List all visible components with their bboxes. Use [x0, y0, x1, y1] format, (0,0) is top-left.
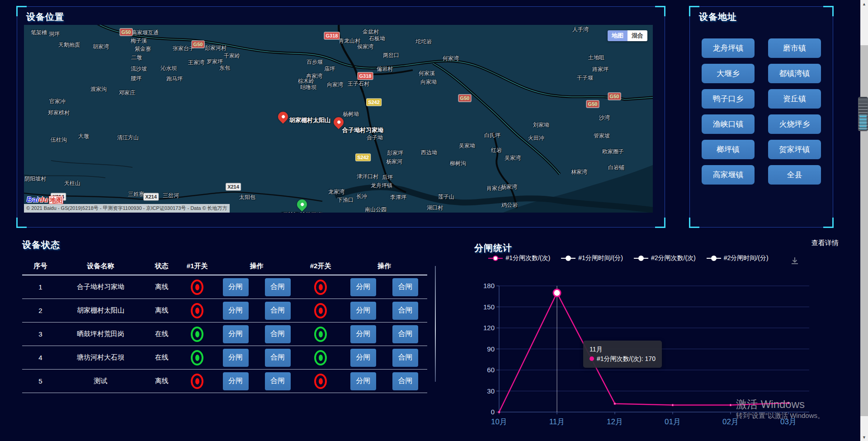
- address-button[interactable]: 都镇湾镇: [768, 64, 821, 83]
- legend-label: #2分闸时间/(分): [724, 254, 769, 262]
- device-name: 胡家棚村太阳山: [59, 306, 142, 315]
- close-switch-button[interactable]: 合闸: [392, 372, 418, 390]
- scrollbar-down-arrow[interactable]: ▼: [860, 433, 868, 441]
- operation-cell: 分闸合闸: [341, 325, 427, 343]
- chart-tooltip: 11月 #1分闸次数/(次): 170: [583, 341, 662, 368]
- switch-status-cell: [300, 374, 341, 389]
- address-button[interactable]: 龙舟坪镇: [702, 38, 755, 58]
- switch-indicator-green: [191, 327, 203, 342]
- switch-status-cell: [300, 303, 341, 318]
- legend-label: #1分闸时间/(分): [578, 254, 623, 262]
- switch-status-cell: [300, 350, 341, 365]
- scrollbar-up-arrow[interactable]: ▲: [860, 0, 868, 8]
- table-header-cell: 操作: [213, 262, 300, 270]
- close-switch-button[interactable]: 合闸: [265, 349, 291, 367]
- road-badge: G50: [192, 41, 205, 48]
- address-button[interactable]: 火烧坪乡: [768, 114, 821, 134]
- legend-item[interactable]: #1分闸次数/(次): [488, 254, 550, 262]
- legend-marker: [488, 256, 503, 261]
- row-number: 2: [22, 307, 59, 314]
- svg-text:0: 0: [491, 408, 495, 416]
- download-icon[interactable]: [790, 256, 800, 268]
- close-switch-button[interactable]: 合闸: [265, 372, 291, 390]
- switch-indicator-green: [314, 327, 327, 342]
- table-scrollbar[interactable]: [435, 266, 436, 382]
- legend-marker: [707, 256, 721, 261]
- address-button[interactable]: 资丘镇: [768, 89, 821, 109]
- open-switch-button[interactable]: 分闸: [350, 302, 376, 320]
- switch-status-cell: [181, 280, 213, 295]
- address-button[interactable]: 高家堰镇: [702, 165, 755, 185]
- device-marker-label: 晒鼓坪村荒田岗: [282, 211, 323, 213]
- legend-item[interactable]: #1分闸时间/(分): [561, 254, 623, 262]
- open-switch-button[interactable]: 分闸: [350, 349, 376, 367]
- view-details-link[interactable]: 查看详情: [811, 239, 839, 247]
- device-name: 测试: [59, 377, 142, 385]
- svg-text:11月: 11月: [549, 417, 565, 426]
- svg-text:90: 90: [487, 345, 495, 353]
- open-switch-button[interactable]: 分闸: [350, 372, 376, 390]
- operation-cell: 分闸合闸: [341, 302, 427, 320]
- open-switch-button[interactable]: 分闸: [223, 278, 249, 296]
- road-badge: X214: [226, 183, 241, 191]
- row-number: 1: [22, 283, 59, 291]
- open-switch-button[interactable]: 分闸: [223, 302, 249, 320]
- row-number: 3: [22, 330, 59, 338]
- switch-status-cell: [300, 280, 341, 295]
- road-badge: S242: [355, 154, 371, 161]
- operation-cell: 分闸合闸: [213, 372, 300, 390]
- road-badge: X214: [143, 193, 159, 201]
- open-switch-button[interactable]: 分闸: [350, 278, 376, 296]
- map-copyright: © 2021 Baidu - GS(2019)5218号 - 甲测资字11009…: [24, 204, 230, 213]
- operation-cell: 分闸合闸: [341, 372, 427, 390]
- close-switch-button[interactable]: 合闸: [392, 302, 418, 320]
- address-button[interactable]: 渔峡口镇: [702, 114, 755, 134]
- baidu-logo-map: 地图: [49, 196, 63, 204]
- switch-status-cell: [181, 303, 213, 318]
- legend-item[interactable]: #2分闸次数/(次): [634, 254, 696, 262]
- corner-bracket: [16, 6, 27, 16]
- close-switch-button[interactable]: 合闸: [265, 278, 291, 296]
- table-row: 3晒鼓坪村荒田岗在线分闸合闸分闸合闸: [22, 322, 427, 346]
- status-section-title: 设备状态: [22, 239, 436, 251]
- map-type-option-button[interactable]: 混合: [627, 30, 647, 41]
- svg-text:01月: 01月: [665, 417, 681, 426]
- address-button[interactable]: 榔坪镇: [702, 140, 755, 159]
- switch-indicator-red: [314, 374, 327, 389]
- switch-status-cell: [181, 374, 213, 389]
- close-switch-button[interactable]: 合闸: [265, 325, 291, 343]
- open-switch-button[interactable]: 分闸: [223, 325, 249, 343]
- close-switch-button[interactable]: 合闸: [392, 349, 418, 367]
- open-switch-button[interactable]: 分闸: [223, 372, 249, 390]
- legend-item[interactable]: #2分闸时间/(分): [707, 254, 769, 262]
- map-type-selected-button[interactable]: 地图: [608, 30, 627, 41]
- legend-marker: [561, 256, 576, 261]
- baidu-map[interactable]: 笔架槽洞坪高家堰互通天鹅抱蛋胡家湾梅子溪紫金寨二墩流沙坡沁水坝腰坪跑马坪渡家沟邓…: [24, 25, 653, 213]
- address-button[interactable]: 贺家坪镇: [768, 140, 821, 159]
- svg-text:10月: 10月: [491, 417, 507, 426]
- legend-label: #2分闸次数/(次): [651, 254, 696, 262]
- operation-cell: 分闸合闸: [341, 278, 427, 296]
- address-button[interactable]: 鸭子口乡: [702, 89, 755, 109]
- close-switch-button[interactable]: 合闸: [392, 325, 418, 343]
- page-scrollbar[interactable]: ▲ ▼: [860, 0, 868, 441]
- address-button[interactable]: 大堰乡: [702, 64, 755, 83]
- open-switch-button[interactable]: 分闸: [223, 349, 249, 367]
- legend-marker: [634, 256, 648, 261]
- address-button[interactable]: 全县: [768, 165, 821, 185]
- svg-text:180: 180: [483, 282, 495, 289]
- close-switch-button[interactable]: 合闸: [265, 302, 291, 320]
- open-switch-button[interactable]: 分闸: [350, 325, 376, 343]
- address-button[interactable]: 磨市镇: [768, 38, 821, 58]
- road-badge: G318: [324, 32, 340, 40]
- road-badge: G50: [608, 93, 621, 100]
- table-row: 5测试离线分闸合闸分闸合闸: [22, 370, 427, 393]
- table-row: 2胡家棚村太阳山离线分闸合闸分闸合闸: [22, 299, 427, 322]
- close-switch-button[interactable]: 合闸: [392, 278, 418, 296]
- device-status-table: 序号设备名称状态#1开关操作#2开关操作1合子坳村习家坳离线分闸合闸分闸合闸2胡…: [22, 257, 427, 393]
- baidu-logo-bai: Bai: [27, 195, 38, 204]
- tooltip-row: #1分闸次数/(次): 170: [590, 354, 656, 364]
- device-name: 晒鼓坪村荒田岗: [59, 330, 142, 338]
- corner-bracket: [16, 218, 27, 228]
- device-name: 塘坊河村大石坝: [59, 353, 142, 362]
